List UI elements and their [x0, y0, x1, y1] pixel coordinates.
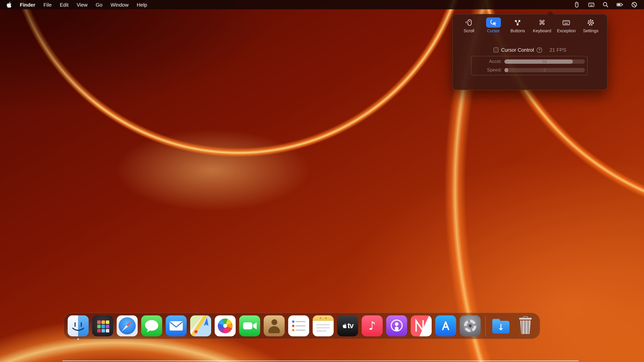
- dock-item-contacts[interactable]: [264, 315, 285, 336]
- trash-icon: [515, 315, 536, 336]
- tab-label: Cursor: [487, 28, 500, 33]
- reminders-icon: [288, 315, 309, 336]
- dock-item-safari[interactable]: [117, 315, 138, 336]
- tab-label: Exception: [557, 28, 576, 33]
- menu-help[interactable]: Help: [137, 2, 147, 7]
- launchpad-icon: [92, 315, 113, 336]
- speed-label: Speed:: [474, 67, 502, 73]
- fps-readout: 21 FPS: [550, 47, 566, 53]
- dock-item-reminders[interactable]: [288, 315, 309, 336]
- dock-separator: [485, 316, 486, 336]
- contacts-icon: [264, 315, 285, 336]
- dock-item-photos[interactable]: [215, 315, 236, 336]
- cursor-settings-group: Accel: 68 Speed: 5: [471, 56, 588, 75]
- accel-row: Accel: 68: [474, 58, 585, 65]
- menu-go[interactable]: Go: [96, 2, 102, 7]
- dock-item-notes[interactable]: [313, 315, 334, 336]
- dock-item-downloads[interactable]: ↓: [490, 315, 512, 336]
- tab-label: Settings: [583, 28, 598, 33]
- dock-item-tv[interactable]: tv: [337, 315, 358, 336]
- speed-row: Speed: 5: [474, 66, 585, 73]
- dock-item-system-settings[interactable]: [460, 315, 481, 336]
- menu-view[interactable]: View: [76, 2, 88, 7]
- mouse-utility-panel: Scroll Cursor Buttons ⌘ Keyboard: [452, 14, 608, 90]
- command-key-icon: ⌘: [535, 17, 550, 27]
- facetime-icon: [239, 315, 260, 336]
- dock-item-news[interactable]: [411, 315, 432, 336]
- cursor-control-checkbox[interactable]: [493, 47, 498, 52]
- menu-edit[interactable]: Edit: [60, 2, 68, 7]
- tab-keyboard[interactable]: ⌘ Keyboard: [530, 17, 554, 33]
- keyboard-grid-icon: [559, 17, 574, 27]
- tab-label: Buttons: [510, 28, 525, 33]
- mouse-status-icon[interactable]: [573, 1, 580, 8]
- help-icon[interactable]: ?: [537, 47, 542, 53]
- safari-icon: [117, 315, 138, 336]
- menu-app-name[interactable]: Finder: [20, 2, 35, 7]
- tab-label: Keyboard: [533, 28, 551, 33]
- mouse-scroll-icon: [462, 17, 476, 27]
- mail-icon: [166, 315, 187, 336]
- battery-icon[interactable]: [616, 1, 624, 8]
- panel-tab-bar: Scroll Cursor Buttons ⌘ Keyboard: [453, 14, 607, 33]
- tab-settings[interactable]: Settings: [579, 17, 602, 33]
- messages-icon: [141, 315, 162, 336]
- speed-value: 5: [504, 68, 585, 72]
- tab-exception[interactable]: Exception: [555, 17, 578, 33]
- app-store-icon: [435, 315, 456, 336]
- apple-tv-icon: tv: [337, 315, 358, 336]
- tab-scroll[interactable]: Scroll: [457, 17, 481, 33]
- dock-item-podcasts[interactable]: [386, 315, 407, 336]
- screen: Finder File Edit View Go Window Help: [0, 0, 644, 362]
- dock: tv ♪: [64, 313, 540, 339]
- tab-label: Scroll: [464, 28, 474, 33]
- notes-icon: [313, 315, 334, 336]
- accel-slider: 68: [504, 59, 585, 63]
- tab-cursor[interactable]: Cursor: [482, 17, 505, 33]
- dock-item-appstore[interactable]: [435, 315, 456, 336]
- gear-icon: [583, 17, 598, 27]
- keyboard-icon[interactable]: [588, 1, 594, 8]
- accel-label: Accel:: [474, 59, 502, 64]
- maps-icon: [190, 315, 211, 336]
- dock-item-launchpad[interactable]: [92, 315, 113, 336]
- dock-item-mail[interactable]: [166, 315, 187, 336]
- running-indicator: [78, 338, 79, 340]
- spotlight-search-icon[interactable]: [602, 1, 609, 8]
- dock-item-music[interactable]: ♪: [362, 315, 383, 336]
- podcasts-icon: [386, 315, 407, 336]
- cursor-control-label: Cursor Control: [501, 47, 534, 53]
- cursor-click-icon: [486, 17, 501, 27]
- background-window-edge: [62, 361, 579, 361]
- menu-file[interactable]: File: [43, 2, 52, 7]
- menu-window[interactable]: Window: [111, 2, 129, 7]
- menu-bar: Finder File Edit View Go Window Help: [0, 0, 644, 9]
- dock-item-trash[interactable]: [515, 315, 536, 336]
- dock-item-messages[interactable]: [141, 315, 162, 336]
- dock-item-maps[interactable]: [190, 315, 211, 336]
- mouse-buttons-icon: [510, 17, 525, 27]
- dock-item-finder[interactable]: [68, 315, 89, 336]
- downloads-folder-icon: ↓: [490, 315, 512, 336]
- apple-menu-icon[interactable]: [6, 1, 12, 8]
- dock-item-facetime[interactable]: [239, 315, 260, 336]
- photos-icon: [215, 315, 236, 336]
- accel-value: 68: [504, 59, 585, 63]
- finder-icon: [68, 315, 89, 336]
- music-icon: ♪: [362, 315, 383, 336]
- tab-buttons[interactable]: Buttons: [506, 17, 529, 33]
- system-settings-icon: [460, 315, 481, 336]
- do-not-disturb-icon[interactable]: [631, 1, 638, 8]
- cursor-control-row: Cursor Control ? 21 FPS: [453, 47, 607, 53]
- news-icon: [411, 315, 432, 336]
- speed-slider: 5: [504, 68, 585, 72]
